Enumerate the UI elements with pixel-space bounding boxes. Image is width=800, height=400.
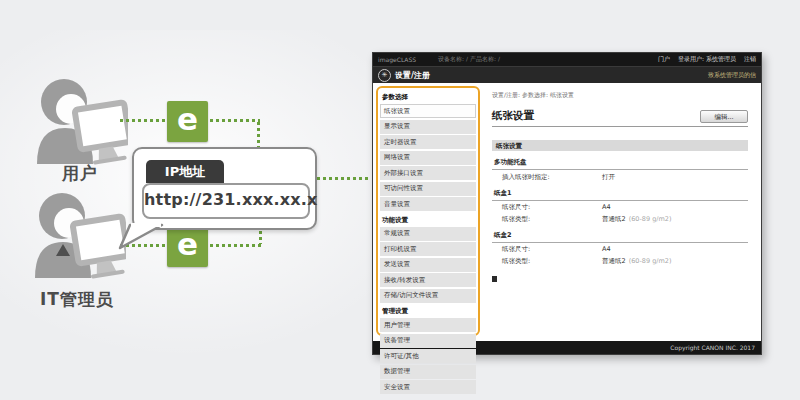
app-title-bar: ✳ 设置/注册 致系统管理员的信 — [373, 66, 761, 83]
top-bar-link[interactable]: 登录用户: 系统管理员 — [678, 55, 736, 64]
sidebar-item[interactable]: 网络设置 — [380, 151, 476, 165]
setting-note: (60-89 g/m2) — [629, 257, 672, 266]
setting-label: 插入纸张时指定: — [502, 173, 602, 182]
illustration-canvas: 用户 IT管理员 e e IP地址 htt — [0, 0, 800, 400]
dotted-connector — [210, 244, 262, 247]
sidebar-section-header: 参数选择 — [380, 90, 476, 104]
sidebar-item[interactable]: 显示设置 — [380, 120, 476, 134]
settings-group: 多功能托盘插入纸张时指定:打开 — [492, 158, 748, 182]
dotted-connector — [317, 177, 370, 180]
page-title: 纸张设置 — [492, 109, 534, 121]
setting-label: 纸张尺寸: — [502, 203, 602, 212]
gear-icon: ✳ — [378, 69, 391, 82]
ip-address-tab: IP地址 — [146, 160, 224, 183]
top-bar-link[interactable]: 门户 — [658, 55, 670, 64]
sidebar-item[interactable]: 接收/转发设置 — [380, 273, 476, 287]
sidebar-item[interactable]: 纸张设置 — [380, 104, 476, 118]
admin-label: IT管理员 — [22, 288, 132, 311]
settings-group: 纸盒2纸张尺寸:A4纸张类型:普通纸2(60-89 g/m2) — [492, 231, 748, 266]
setting-row: 纸张类型:普通纸2(60-89 g/m2) — [492, 254, 748, 266]
sidebar-item[interactable]: 安全设置 — [380, 380, 476, 394]
top-bar-links: 门户登录用户: 系统管理员注销 — [658, 55, 756, 64]
sidebar-item[interactable]: 可访问性设置 — [380, 182, 476, 196]
app-title: 设置/注册 — [395, 70, 430, 81]
ip-address-url: http://231.xxx.xx.x — [142, 183, 310, 219]
browser-e-icon: e — [167, 101, 208, 142]
mail-to-admin-link[interactable]: 致系统管理员的信 — [708, 71, 756, 80]
top-bar-link[interactable]: 注销 — [744, 55, 756, 64]
page-top-icon[interactable] — [492, 276, 497, 282]
user-figure — [36, 76, 128, 170]
setting-value: 打开 — [602, 173, 615, 182]
setting-value: 普通纸2 — [602, 257, 626, 266]
setting-note: (60-89 g/m2) — [629, 215, 672, 224]
dotted-connector — [120, 119, 166, 122]
sidebar-item[interactable]: 存储/访问文件设置 — [380, 289, 476, 303]
sidebar-item[interactable]: 设备管理 — [380, 334, 476, 348]
sidebar-section-header: 管理设置 — [380, 304, 476, 318]
sidebar-item[interactable]: 音量设置 — [380, 197, 476, 211]
edit-button[interactable]: 编辑... — [700, 110, 748, 123]
sidebar-item[interactable]: 打印机设置 — [380, 242, 476, 256]
ip-address-bubble: IP地址 http://231.xxx.xx.x — [132, 147, 317, 230]
group-name: 纸盒1 — [492, 189, 748, 201]
setting-label: 纸张类型: — [502, 257, 602, 266]
setting-row: 纸张尺寸:A4 — [492, 201, 748, 213]
setting-row: 纸张尺寸:A4 — [492, 243, 748, 255]
settings-group: 纸盒1纸张尺寸:A4纸张类型:普通纸2(60-89 g/m2) — [492, 189, 748, 224]
setting-value: A4 — [602, 203, 611, 212]
setting-value: A4 — [602, 245, 611, 254]
window-content: 参数选择纸张设置显示设置定时器设置网络设置外部接口设置可访问性设置音量设置功能设… — [373, 83, 761, 341]
settings-groups: 多功能托盘插入纸张时指定:打开纸盒1纸张尺寸:A4纸张类型:普通纸2(60-89… — [492, 158, 748, 266]
browser-e-icon: e — [167, 226, 208, 267]
person-with-computer-icon — [36, 76, 128, 166]
person-with-computer-icon — [34, 190, 126, 280]
sidebar-item[interactable]: 定时器设置 — [380, 135, 476, 149]
group-name: 纸盒2 — [492, 231, 748, 243]
sidebar-item[interactable]: 常规设置 — [380, 227, 476, 241]
group-name: 多功能托盘 — [492, 158, 748, 170]
setting-label: 纸张类型: — [502, 215, 602, 224]
remote-ui-window: imageCLASS 设备名称: / 产品名称: / 门户登录用户: 系统管理员… — [372, 52, 762, 355]
sidebar-item[interactable]: 许可证/其他 — [380, 349, 476, 363]
setting-value: 普通纸2 — [602, 215, 626, 224]
device-name: imageCLASS — [378, 56, 416, 63]
breadcrumb[interactable]: 设置/注册: 参数选择: 纸张设置 — [492, 91, 748, 100]
window-top-bar: imageCLASS 设备名称: / 产品名称: / 门户登录用户: 系统管理员… — [373, 53, 761, 66]
setting-row: 插入纸张时指定:打开 — [492, 170, 748, 182]
settings-sidebar-highlighted: 参数选择纸张设置显示设置定时器设置网络设置外部接口设置可访问性设置音量设置功能设… — [376, 86, 480, 336]
section-header: 纸张设置 — [492, 140, 748, 151]
setting-label: 纸张尺寸: — [502, 245, 602, 254]
user-label: 用户 — [40, 162, 120, 185]
sidebar-item[interactable]: 数据管理 — [380, 365, 476, 379]
e-letter: e — [177, 229, 198, 260]
bubble-tail — [118, 223, 166, 251]
sidebar-item[interactable]: 外部接口设置 — [380, 166, 476, 180]
sidebar-section-header: 功能设置 — [380, 213, 476, 227]
setting-row: 纸张类型:普通纸2(60-89 g/m2) — [492, 212, 748, 224]
device-info: 设备名称: / 产品名称: / — [438, 55, 658, 64]
title-row: 纸张设置 编辑... — [492, 104, 748, 127]
e-letter: e — [177, 104, 198, 135]
dotted-connector — [257, 122, 260, 148]
admin-figure — [34, 190, 126, 284]
dotted-connector — [210, 119, 260, 122]
main-panel: 设置/注册: 参数选择: 纸张设置 纸张设置 编辑... 纸张设置 多功能托盘插… — [480, 86, 758, 338]
sidebar-item[interactable]: 用户管理 — [380, 318, 476, 332]
sidebar-item[interactable]: 发送设置 — [380, 258, 476, 272]
